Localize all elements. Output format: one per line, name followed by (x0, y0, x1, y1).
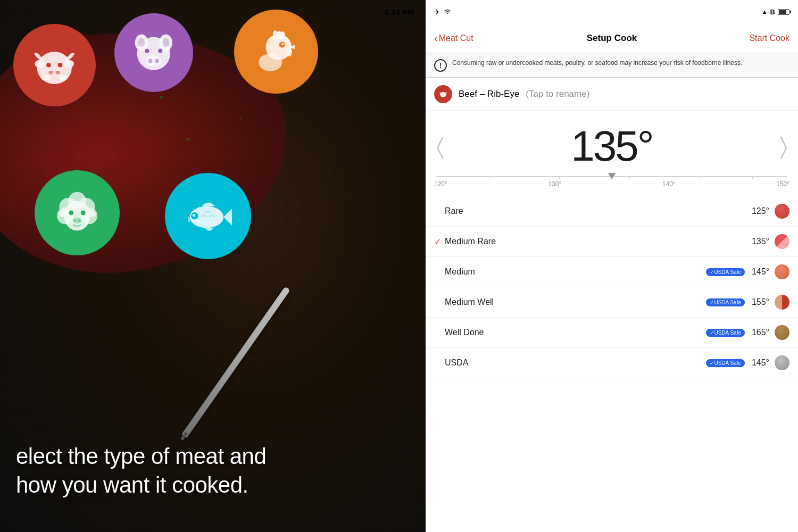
usda-badge-well-done: ✓USDA Safe (706, 329, 745, 337)
scale-label-120: 120° (434, 180, 447, 188)
scale-mark (752, 176, 753, 179)
chicken-icon (247, 22, 306, 81)
back-label: Meat Cut (439, 34, 473, 43)
pork-icon (126, 25, 181, 80)
doneness-row-medium-rare[interactable]: ✓ Medium Rare 135° (426, 227, 798, 257)
animal-circle-pork[interactable] (114, 13, 193, 92)
animal-circle-chicken[interactable] (234, 10, 318, 94)
svg-point-15 (145, 49, 149, 53)
animal-circle-fish[interactable] (165, 173, 251, 259)
temperature-display: 〈 135° 〉 (426, 111, 798, 176)
svg-point-17 (138, 38, 145, 47)
check-medium-rare: ✓ (434, 237, 445, 247)
wifi-icon (443, 8, 452, 16)
scale-label-140: 140° (662, 180, 676, 188)
svg-point-5 (46, 63, 51, 68)
scale-label-150: 150° (776, 180, 789, 188)
temperature-scale: 120° 130° 140° 150° (426, 176, 798, 196)
svg-point-7 (49, 71, 54, 74)
beef-icon (26, 36, 84, 94)
location-icon: ▲ (762, 9, 768, 15)
doneness-row-rare[interactable]: Rare 125° (426, 196, 798, 227)
svg-point-1 (41, 75, 51, 81)
doneness-name-rare: Rare (445, 206, 749, 216)
warning-icon: ! (434, 59, 447, 72)
svg-point-4 (64, 60, 74, 68)
usda-badge-medium: ✓USDA Safe (706, 268, 745, 276)
spice-dot (160, 96, 163, 99)
status-left-icons: ✈ (434, 8, 452, 16)
doneness-name-well-done: Well Done (445, 328, 706, 337)
svg-point-21 (281, 43, 284, 45)
airplane-icon: ✈ (434, 8, 440, 16)
scale-mark (489, 176, 489, 179)
svg-point-18 (163, 38, 169, 47)
doneness-temp-usda: 145° (749, 358, 769, 368)
doneness-name-medium: Medium (445, 267, 706, 277)
doneness-list: Rare 125° ✓ Medium Rare 135° Medium ✓USD… (426, 196, 798, 532)
doneness-temp-medium-rare: 135° (749, 237, 769, 246)
svg-point-14 (155, 59, 159, 63)
rename-hint: (Tap to rename) (526, 89, 589, 99)
status-bar: ✈ 4:24 PM ▲ B (426, 0, 798, 23)
scale-mark (559, 176, 560, 179)
svg-point-8 (56, 71, 61, 74)
herb (186, 138, 190, 140)
animal-circle-lamb[interactable] (35, 170, 120, 255)
svg-point-35 (73, 219, 76, 221)
temperature-value: 135° (571, 122, 652, 171)
svg-point-2 (59, 75, 68, 81)
start-cook-button[interactable]: Start Cook (749, 34, 789, 43)
lamb-icon (47, 183, 107, 243)
svg-point-30 (58, 211, 68, 217)
temp-decrease-button[interactable]: 〈 (436, 133, 444, 160)
doneness-temp-medium-well: 155° (749, 297, 769, 307)
battery-fill (779, 10, 786, 14)
doneness-dot-usda (775, 355, 789, 370)
doneness-name-medium-rare: Medium Rare (445, 237, 749, 246)
scale-mark (700, 176, 700, 179)
scale-track (436, 176, 787, 177)
bluetooth-icon: B (770, 8, 775, 16)
animal-circle-beef[interactable] (13, 24, 96, 106)
back-button[interactable]: ‹ Meat Cut (434, 32, 473, 44)
temp-increase-button[interactable]: 〉 (780, 133, 787, 160)
beef-small-icon (438, 89, 448, 99)
nav-title: Setup Cook (587, 33, 637, 44)
svg-point-22 (286, 47, 292, 56)
warning-banner: ! Consuming raw or undercooked meats, po… (426, 53, 798, 78)
left-panel: elect the type of meat and how you want … (0, 0, 426, 532)
doneness-dot-medium (775, 264, 789, 279)
status-right-icons: ▲ B (762, 8, 789, 16)
meat-name: Beef – Rib-Eye (459, 89, 519, 99)
fish-icon (178, 186, 238, 246)
nav-bar: ‹ Meat Cut Setup Cook Start Cook (426, 23, 798, 53)
doneness-row-usda[interactable]: USDA ✓USDA Safe 145° (426, 348, 798, 378)
svg-point-33 (81, 211, 86, 215)
doneness-temp-medium: 145° (749, 267, 769, 277)
doneness-dot-well-done (775, 325, 789, 340)
doneness-dot-medium-rare (775, 234, 789, 249)
warning-text: Consuming raw or undercooked meats, poul… (452, 59, 742, 68)
usda-badge-usda: ✓USDA Safe (706, 359, 745, 367)
instruction-line2: how you want it cooked. (16, 472, 248, 497)
svg-point-39 (193, 214, 196, 217)
chevron-left-icon: ‹ (434, 32, 438, 44)
doneness-row-medium[interactable]: Medium ✓USDA Safe 145° (426, 257, 798, 287)
scale-label-130: 130° (548, 180, 561, 188)
svg-point-13 (148, 59, 153, 63)
svg-point-16 (158, 49, 162, 53)
meat-label-row[interactable]: Beef – Rib-Eye (Tap to rename) (426, 78, 798, 111)
doneness-dot-medium-well (775, 295, 789, 310)
doneness-row-medium-well[interactable]: Medium Well ✓USDA Safe 155° (426, 287, 798, 318)
svg-point-6 (58, 63, 63, 68)
doneness-name-usda: USDA (445, 358, 706, 368)
svg-point-42 (445, 93, 446, 94)
svg-point-36 (78, 219, 80, 221)
scale-mark (629, 176, 630, 179)
svg-point-40 (440, 92, 446, 97)
battery-icon (778, 9, 789, 15)
spice-dot (239, 117, 242, 119)
doneness-row-well-done[interactable]: Well Done ✓USDA Safe 165° (426, 318, 798, 348)
right-panel: ✈ 4:24 PM ▲ B ‹ Meat Cut Setup Cook Sta (426, 0, 798, 532)
